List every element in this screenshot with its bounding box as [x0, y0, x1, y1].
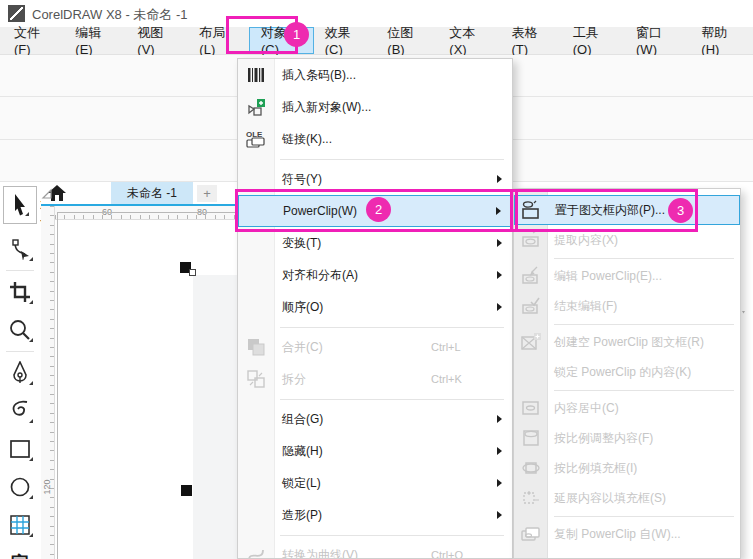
convert-curves-icon	[238, 545, 274, 559]
submenu-item-fit-contents: 按比例调整内容(F)	[514, 423, 740, 453]
fit-contents-icon	[514, 428, 547, 448]
menu-bar: 文件(F) 编辑(E) 视图(V) 布局(L) 对象(C) 效果(C) 位图(B…	[0, 27, 753, 55]
menu-item-insert-new-object[interactable]: 插入新对象(W)...	[238, 91, 512, 123]
selection-handle[interactable]	[181, 485, 192, 496]
flyout-marker-icon	[29, 257, 33, 261]
menu-item-shaping[interactable]: 造形(P)	[238, 499, 512, 531]
page-border-top	[57, 212, 237, 213]
shape-tool[interactable]	[0, 230, 40, 268]
menu-table[interactable]: 表格(T)	[500, 27, 561, 54]
menu-item-order[interactable]: 顺序(O)	[238, 291, 512, 323]
vertical-ruler: 120	[41, 206, 55, 559]
toolbox: 字	[0, 182, 40, 559]
menu-view[interactable]: 视图(V)	[126, 27, 188, 54]
place-inside-frame-icon	[515, 200, 548, 220]
submenu-arrow-icon	[497, 175, 502, 183]
freehand-tool[interactable]	[0, 392, 40, 430]
rectangle-icon	[9, 438, 31, 460]
menu-separator	[238, 323, 512, 331]
copy-powerclip-icon	[514, 524, 547, 544]
edit-node[interactable]	[189, 269, 196, 276]
submenu-arrow-icon	[497, 239, 502, 247]
menu-window[interactable]: 窗口(W)	[625, 27, 690, 54]
submenu-arrow-icon	[497, 511, 502, 519]
submenu-arrow-icon	[497, 271, 502, 279]
stretch-contents-icon	[514, 488, 547, 508]
submenu-item-edit-powerclip: 编辑 PowerClip(E)...	[514, 261, 740, 291]
menu-item-symbol[interactable]: 符号(Y)	[238, 163, 512, 195]
coreldraw-logo-icon	[8, 5, 25, 22]
crop-tool[interactable]	[0, 273, 40, 311]
submenu-item-create-empty-frame: 创建空 PowerClip 图文框(R)	[514, 327, 740, 357]
flyout-marker-icon	[25, 212, 29, 216]
graph-paper-tool[interactable]	[0, 506, 40, 544]
placed-object-region	[193, 275, 237, 559]
submenu-arrow-icon	[497, 415, 502, 423]
menu-item-insert-barcode[interactable]: 插入条码(B)...	[238, 59, 512, 91]
submenu-item-place-inside-frame[interactable]: 置于图文框内部(P)...	[514, 195, 740, 225]
menu-bitmaps[interactable]: 位图(B)	[376, 27, 438, 54]
extract-contents-icon	[514, 230, 547, 250]
menu-edit[interactable]: 编辑(E)	[64, 27, 126, 54]
menu-layout[interactable]: 布局(L)	[188, 27, 249, 54]
grid-table-icon	[9, 514, 31, 536]
menu-item-links[interactable]: OLE 链接(K)...	[238, 123, 512, 155]
submenu-arrow-icon	[497, 303, 502, 311]
menu-object[interactable]: 对象(C)	[249, 27, 314, 54]
ellipse-tool[interactable]	[0, 468, 40, 506]
pen-tool[interactable]	[0, 354, 40, 392]
edit-powerclip-icon	[514, 266, 547, 286]
menu-item-combine: 合并(C) Ctrl+L	[238, 331, 512, 363]
pen-nib-icon	[10, 361, 30, 385]
finish-editing-icon	[514, 296, 547, 316]
crop-icon	[9, 281, 31, 303]
menu-item-transformations[interactable]: 变换(T)	[238, 227, 512, 259]
menu-item-group[interactable]: 组合(G)	[238, 403, 512, 435]
menu-item-powerclip[interactable]: PowerClip(W)	[238, 195, 512, 227]
center-contents-icon	[514, 398, 547, 418]
menu-item-lock[interactable]: 锁定(L)	[238, 467, 512, 499]
flyout-marker-icon	[29, 338, 33, 342]
coreldraw-window: CorelDRAW X8 - 未命名 -1 文件(F) 编辑(E) 视图(V) …	[0, 0, 753, 559]
submenu-item-fill-frame: 按比例填充框(I)	[514, 453, 740, 483]
menu-text[interactable]: 文本(X)	[438, 27, 500, 54]
submenu-item-finish-editing: 结束编辑(F)	[514, 291, 740, 321]
rectangle-tool[interactable]	[0, 430, 40, 468]
flyout-marker-icon	[29, 495, 33, 499]
flyout-marker-icon	[29, 381, 33, 385]
text-tool[interactable]: 字	[0, 544, 40, 559]
shape-node-icon	[9, 238, 31, 260]
submenu-arrow-icon	[497, 447, 502, 455]
menu-separator	[238, 531, 512, 539]
submenu-item-lock-contents: 锁定 PowerClip 的内容(K)	[514, 357, 740, 387]
pick-tool[interactable]	[3, 186, 37, 224]
title-bar: CorelDRAW X8 - 未命名 -1	[0, 0, 753, 27]
menu-tools[interactable]: 工具(O)	[562, 27, 625, 54]
submenu-item-extract-contents: 提取内容(X)	[514, 225, 740, 255]
flyout-marker-icon	[29, 457, 33, 461]
menu-help[interactable]: 帮助(H)	[690, 27, 753, 54]
new-document-tab-button[interactable]: +	[197, 185, 217, 202]
ruler-ticks	[55, 215, 237, 219]
flyout-marker-icon	[29, 419, 33, 423]
ellipse-icon	[9, 476, 31, 498]
submenu-arrow-icon	[496, 207, 501, 215]
document-tab[interactable]: 未命名 -1	[111, 182, 193, 204]
window-title: CorelDRAW X8 - 未命名 -1	[32, 6, 188, 24]
menu-item-align-distribute[interactable]: 对齐和分布(A)	[238, 259, 512, 291]
ole-link-icon: OLE	[238, 129, 274, 149]
menu-item-hide[interactable]: 隐藏(H)	[238, 435, 512, 467]
zoom-tool[interactable]	[0, 311, 40, 349]
fill-frame-icon	[514, 458, 547, 478]
horizontal-ruler: 60 80	[55, 206, 237, 220]
menu-separator	[238, 155, 512, 163]
menu-separator	[238, 395, 512, 403]
submenu-item-center-contents: 内容居中(C)	[514, 393, 740, 423]
submenu-item-copy-powerclip-from: 复制 PowerClip 自(W)...	[514, 519, 740, 549]
magnifier-icon	[9, 319, 31, 341]
menu-file[interactable]: 文件(F)	[3, 27, 64, 54]
toolbox-separator	[6, 351, 34, 352]
menu-effects[interactable]: 效果(C)	[314, 27, 377, 54]
combine-icon	[238, 337, 274, 357]
ruler-ticks	[50, 206, 54, 559]
